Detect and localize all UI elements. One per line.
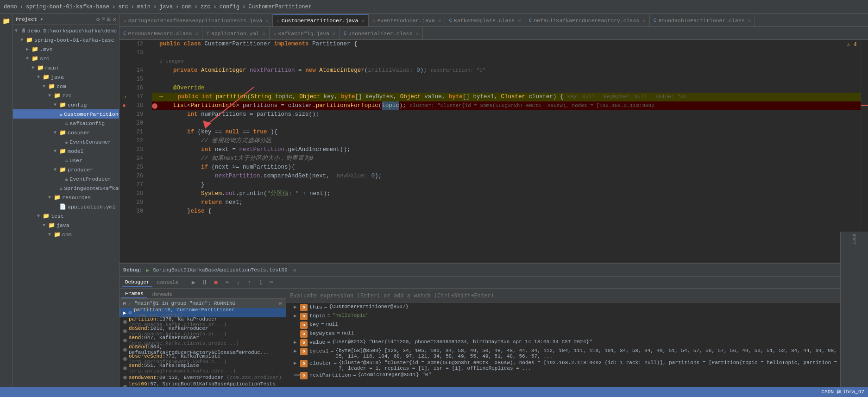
title-demo[interactable]: demo [4, 4, 17, 10]
frame-observesend-773[interactable]: observeSend:773, KafkaTemplate (org.spri… [120, 354, 286, 364]
subtab-threads[interactable]: Threads [147, 291, 176, 298]
step-over-btn[interactable]: ↷ [222, 278, 232, 287]
var-keybytes[interactable]: o keyBytes = null [286, 330, 868, 339]
frame-partition-1376[interactable]: partition:1376, KafkaProducer (org.apach… [120, 317, 286, 327]
tab-close-1[interactable]: ✕ [361, 18, 365, 24]
close-panel-icon[interactable]: ✕ [113, 16, 116, 23]
code-line-23: int next = nextPartition.getAndIncrement… [152, 145, 861, 154]
var-name-value: value [309, 339, 326, 345]
tree-test-com[interactable]: ▼📁 com [13, 230, 119, 239]
tab-event-producer[interactable]: ☕ EventProducer.java ✕ [369, 14, 445, 26]
tab-application-yml[interactable]: Y application.yml ✕ [202, 27, 270, 39]
frame-send-551[interactable]: send:551, KafkaTemplate (org.springframe… [120, 364, 286, 373]
layout-icon[interactable]: ≡ [102, 16, 106, 23]
step-into-btn[interactable]: ↓ [233, 278, 243, 287]
tree-model[interactable]: ▼📁 model [13, 146, 119, 156]
resume-btn[interactable]: ▶ [189, 278, 198, 287]
stop-btn[interactable]: ■ [211, 278, 220, 287]
gutter-22 [120, 137, 129, 145]
tab-json-serializer[interactable]: C JsonSerializer.class ✕ [340, 27, 423, 39]
code-line-27: } [152, 181, 861, 189]
tab-customer-partitioner[interactable]: ☕ CustomerPartitioner.java ✕ [273, 14, 369, 26]
var-icon-value: o [300, 339, 308, 347]
tab-kafka-template[interactable]: C KafkaTemplate.class ✕ [445, 14, 525, 26]
tree-main[interactable]: ▼📁 main [13, 63, 119, 72]
filter-icon[interactable]: ⊟ [123, 301, 126, 307]
project-panel: Project ▾ ⚙ ≡ ⊞ ✕ ▼🖥 demo D:\workspace\k… [13, 14, 120, 397]
tree-producer[interactable]: ▼📁 producer [13, 165, 119, 174]
gutter-24 [120, 154, 129, 163]
var-val-next: {AtomicInteger@8511} "0" [358, 372, 864, 378]
tab-producer-record[interactable]: C ProducerRecord.class ✕ [120, 27, 202, 39]
tree-com[interactable]: ▼📁 com [13, 82, 119, 91]
tree-test-java[interactable]: ▼📁 java [13, 221, 119, 230]
subtab-frames[interactable]: Frames [121, 290, 147, 298]
frame-send-947[interactable]: send:947, KafkaProducer (org.apache.kafk… [120, 336, 286, 345]
var-next-partition[interactable]: ∞∞ o nextPartition = {AtomicInteger@8511… [286, 372, 868, 380]
frame-dosend-1010[interactable]: doSend:1010, KafkaProducer (org.apache.k… [120, 327, 286, 336]
tab-close-2[interactable]: ✕ [438, 18, 441, 24]
pause-btn[interactable]: ⏸ [200, 278, 209, 287]
tree-zzc[interactable]: ▼📁 zzc [13, 91, 119, 100]
tree-customer-partitioner[interactable]: ☕ CustomerPartitioner [13, 109, 119, 119]
tree-app-yml[interactable]: 📄 application.yml [13, 202, 119, 211]
debug-arrow-icon: → [122, 93, 126, 101]
tab-kafka-config[interactable]: ☕ KafkaConfig.java ✕ [270, 27, 340, 39]
tab-close-s2[interactable]: ✕ [333, 31, 336, 37]
tab-close-s0[interactable]: ✕ [195, 31, 199, 37]
filter-threads-icon[interactable]: ⊟ [279, 301, 282, 307]
code-line-29: return next; [152, 198, 861, 207]
tab-close-3[interactable]: ✕ [518, 18, 521, 24]
frame-dot-5 [123, 357, 127, 361]
debug-session-label[interactable]: SpringBoot01KafkaBaseApplicationTests.te… [153, 267, 287, 273]
tab-default-kafka[interactable]: C DefaultKafkaProducerFactory.class ✕ [525, 14, 650, 26]
var-topic[interactable]: ▶ o topic = "helloTopic" [286, 312, 868, 321]
status-bar: CSDN @Libra_97 [120, 387, 868, 397]
expand-icon[interactable]: ⊞ [107, 16, 111, 23]
settings-icon[interactable]: ⚙ [96, 16, 100, 23]
tab-close-s3[interactable]: ✕ [415, 31, 419, 37]
tree-kafka-config[interactable]: ☕ KafkaConfig [13, 119, 119, 128]
step-out-btn[interactable]: ↑ [245, 278, 254, 287]
tree-mvn[interactable]: ▶📁 .mvn [13, 44, 119, 54]
code-line-26: nextPartition.compareAndSet(next, newVal… [152, 172, 861, 181]
tab-close-0[interactable]: ✕ [265, 18, 269, 24]
var-key[interactable]: o key = null [286, 321, 868, 330]
code-content[interactable]: public class CustomerPartitioner impleme… [147, 40, 861, 263]
var-cluster[interactable]: ▶ o cluster = {Cluster@8510} "Cluster{id… [286, 359, 868, 372]
tree-java[interactable]: ▼📁 java [13, 72, 119, 82]
tab-close-s1[interactable]: ✕ [262, 31, 265, 37]
tree-event-consumer[interactable]: ☕ EventConsumer [13, 137, 119, 146]
tree-springboot-app[interactable]: ☕ SpringBoot01KafkaBaseApplication [13, 183, 119, 193]
code-line-20 [152, 119, 861, 128]
evaluate-btn[interactable]: ⌨ [267, 278, 276, 287]
run-to-cursor-btn[interactable]: ⤵ [256, 278, 265, 287]
var-value[interactable]: ▶ o value = {User@8213} "User{id=1200, p… [286, 339, 868, 347]
tree-src[interactable]: ▼📁 src [13, 54, 119, 63]
tab-roundrobin[interactable]: C RoundRobinPartitioner.class ✕ [650, 14, 755, 26]
tree-resources[interactable]: ▼📁 resources [13, 193, 119, 202]
tree-test[interactable]: ▼📁 test [13, 211, 119, 221]
frame-partition-18[interactable]: ▶ partition:18, CustomerPartitioner (com… [120, 308, 286, 317]
tree-config[interactable]: ▼📁 config [13, 100, 119, 109]
tree-cosumer[interactable]: ▼📁 cosumer [13, 128, 119, 137]
project-icon[interactable]: 📁 [1, 16, 12, 26]
tree-root[interactable]: ▼🖥 demo D:\workspace\kafka\demo [13, 26, 119, 35]
tab-close-4[interactable]: ✕ [642, 18, 646, 24]
eval-expression-input[interactable] [290, 292, 859, 299]
var-this[interactable]: ▶ o this = {CustomerPartitioner@8507} [286, 303, 868, 312]
tree-kafka-base[interactable]: ▼📁 spring-boot-01-kafka-base [13, 35, 119, 44]
var-bytes1[interactable]: ▶ o bytes1 = {byte[58]@8509} [123, 34, 1… [286, 347, 868, 359]
tab-console[interactable]: Console [154, 278, 181, 287]
gutter-19 [120, 110, 129, 119]
tree-event-producer[interactable]: ☕ EventProducer [13, 174, 119, 183]
frame-sendevent-132[interactable]: sendEvent:09:132, EventProducer (com.zzc… [120, 373, 286, 382]
line-numbers: 12 13 14 15 16 17 18 19 20 21 22 23 24 2… [129, 40, 147, 263]
frame-dosend-804[interactable]: doSend:804, DefaultKafkaProducerFactory$… [120, 345, 286, 354]
tree-user[interactable]: ☕ User [13, 156, 119, 165]
tab-close-5[interactable]: ✕ [748, 18, 751, 24]
debug-close-session[interactable]: ✕ [293, 267, 296, 273]
tab-debugger[interactable]: Debugger [122, 278, 152, 287]
breakpoint-icon[interactable]: ● [122, 101, 126, 110]
tab-springboot-tests[interactable]: ☕ SpringBoot01KafkaBaseApplicationTests.… [120, 14, 273, 26]
